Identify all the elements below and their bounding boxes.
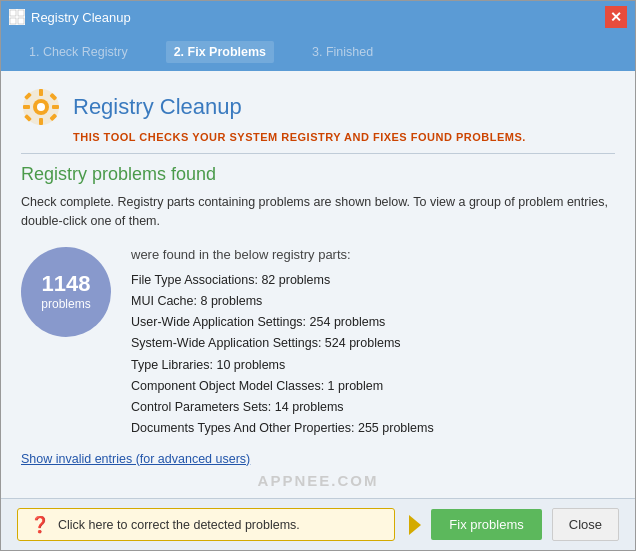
registry-icon bbox=[21, 87, 61, 127]
app-title: Registry Cleanup bbox=[73, 94, 242, 120]
description-text: Check complete. Registry parts containin… bbox=[21, 193, 615, 231]
app-icon-small bbox=[9, 9, 25, 25]
problems-circle: 1148 problems bbox=[21, 247, 111, 337]
window-title: Registry Cleanup bbox=[31, 10, 131, 25]
svg-rect-2 bbox=[10, 18, 16, 24]
svg-rect-8 bbox=[39, 118, 43, 125]
list-item: Component Object Model Classes: 1 proble… bbox=[131, 376, 615, 397]
list-item: System-Wide Application Settings: 524 pr… bbox=[131, 333, 615, 354]
found-label: were found in the below registry parts: bbox=[131, 247, 615, 262]
list-item: MUI Cache: 8 problems bbox=[131, 291, 615, 312]
nav-step2[interactable]: 2. Fix Problems bbox=[166, 41, 274, 63]
hint-arrow bbox=[409, 515, 421, 535]
nav-step3[interactable]: 3. Finished bbox=[304, 41, 381, 63]
fix-problems-button[interactable]: Fix problems bbox=[431, 509, 541, 540]
show-invalid-link[interactable]: Show invalid entries (for advanced users… bbox=[21, 452, 250, 466]
title-bar-left: Registry Cleanup bbox=[9, 9, 131, 25]
problems-items: File Type Associations: 82 problemsMUI C… bbox=[131, 270, 615, 440]
svg-rect-0 bbox=[10, 10, 16, 16]
problems-list: were found in the below registry parts: … bbox=[131, 247, 615, 440]
content-area: Registry Cleanup THIS TOOL CHECKS YOUR S… bbox=[1, 71, 635, 498]
hint-box[interactable]: ❓ Click here to correct the detected pro… bbox=[17, 508, 395, 541]
list-item: Control Parameters Sets: 14 problems bbox=[131, 397, 615, 418]
header-divider bbox=[21, 153, 615, 154]
hint-text: Click here to correct the detected probl… bbox=[58, 518, 300, 532]
app-subtitle: THIS TOOL CHECKS YOUR SYSTEM REGISTRY AN… bbox=[73, 131, 615, 143]
problems-heading: Registry problems found bbox=[21, 164, 615, 185]
nav-step1[interactable]: 1. Check Registry bbox=[21, 41, 136, 63]
list-item: Documents Types And Other Properties: 25… bbox=[131, 418, 615, 439]
header-section: Registry Cleanup bbox=[21, 87, 615, 127]
svg-rect-9 bbox=[23, 105, 30, 109]
nav-bar: 1. Check Registry 2. Fix Problems 3. Fin… bbox=[1, 33, 635, 71]
main-window: Registry Cleanup ✕ 1. Check Registry 2. … bbox=[0, 0, 636, 551]
close-window-button[interactable]: ✕ bbox=[605, 6, 627, 28]
question-icon: ❓ bbox=[30, 515, 50, 534]
close-button[interactable]: Close bbox=[552, 508, 619, 541]
list-item: User-Wide Application Settings: 254 prob… bbox=[131, 312, 615, 333]
svg-point-6 bbox=[37, 103, 45, 111]
watermark: APPNEE.COM bbox=[21, 472, 615, 489]
problems-label: problems bbox=[41, 297, 90, 311]
svg-rect-10 bbox=[52, 105, 59, 109]
svg-rect-3 bbox=[18, 18, 24, 24]
list-item: File Type Associations: 82 problems bbox=[131, 270, 615, 291]
problems-section: 1148 problems were found in the below re… bbox=[21, 247, 615, 440]
list-item: Type Libraries: 10 problems bbox=[131, 355, 615, 376]
svg-rect-7 bbox=[39, 89, 43, 96]
svg-rect-1 bbox=[18, 10, 24, 16]
title-bar: Registry Cleanup ✕ bbox=[1, 1, 635, 33]
footer: ❓ Click here to correct the detected pro… bbox=[1, 498, 635, 550]
problems-count: 1148 bbox=[42, 272, 91, 296]
